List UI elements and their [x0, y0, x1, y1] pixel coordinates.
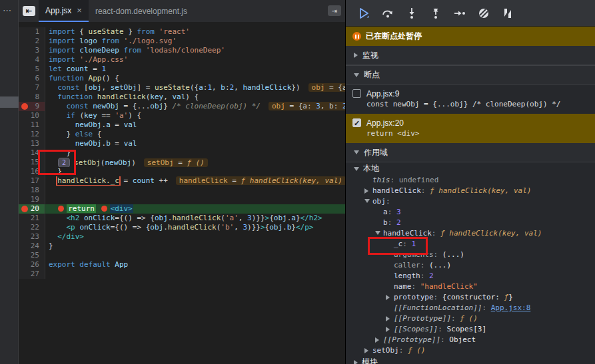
line-number[interactable]: 16: [19, 167, 45, 176]
line-number[interactable]: 14: [19, 148, 45, 158]
code-line: 152setObj(newObj)setObj = ƒ (): [19, 158, 345, 167]
scope-local-label: 本地: [363, 162, 379, 175]
line-number[interactable]: 12: [19, 130, 45, 139]
chevron-down-icon[interactable]: [364, 199, 370, 203]
chevron-down-icon[interactable]: [354, 73, 359, 77]
scope-key: setObj: [372, 346, 399, 355]
chevron-right-icon[interactable]: [364, 188, 368, 194]
line-number[interactable]: 19: [19, 195, 45, 204]
chevron-down-icon[interactable]: [375, 231, 380, 235]
resume-icon: [356, 6, 371, 21]
line-number[interactable]: 24: [19, 242, 45, 251]
line-number[interactable]: 26: [19, 260, 45, 270]
more-options-icon[interactable]: ⋯: [0, 0, 18, 15]
breakpoint-entry[interactable]: ✓App.jsx:20return <div>: [346, 114, 595, 143]
chevron-right-icon[interactable]: [354, 53, 358, 58]
hit-count-badge: 2: [58, 158, 70, 167]
line-number[interactable]: 1: [19, 27, 45, 37]
line-number[interactable]: 4: [19, 55, 45, 65]
chevron-right-icon[interactable]: [354, 360, 358, 364]
breakpoint-checkbox[interactable]: ✓: [352, 118, 361, 127]
chevron-right-icon[interactable]: [386, 316, 390, 321]
line-number[interactable]: 9: [19, 102, 45, 111]
breakpoint-checkbox[interactable]: [352, 89, 361, 98]
chevron-right-icon[interactable]: [375, 337, 379, 343]
strip-drag-handle[interactable]: [0, 96, 19, 108]
deactivate-breakpoints-button[interactable]: [474, 5, 494, 22]
tab-app-jsx[interactable]: App.jsx ×: [39, 0, 89, 22]
watch-section-header[interactable]: 监视: [346, 46, 595, 65]
inline-breakpoint-icon[interactable]: [101, 206, 107, 212]
scope-value[interactable]: App.jsx:8: [491, 303, 531, 312]
panel-toggle-icon: ⇥: [332, 7, 337, 15]
step-over-button[interactable]: [378, 5, 398, 22]
line-number[interactable]: 17: [19, 176, 45, 186]
scope-key: arguments: [394, 250, 434, 259]
inline-value-widget: setObj = ƒ (): [144, 158, 208, 167]
step-into-button[interactable]: [402, 5, 422, 22]
collapsed-navigator-strip: ⋯: [0, 0, 19, 364]
line-number[interactable]: 7: [19, 83, 45, 92]
scope-value[interactable]: (...): [442, 250, 464, 259]
breakpoint-entry[interactable]: App.jsx:9const newObj = {...obj} /* clon…: [346, 85, 595, 114]
code-text: const newObj = {...obj} /* cloneDeep(obj…: [45, 102, 345, 111]
scope-row: caller: (...): [346, 260, 595, 271]
code-text: [45, 186, 345, 195]
pause-on-exceptions-button[interactable]: [498, 5, 518, 22]
scope-value: Object: [449, 335, 476, 344]
scope-value[interactable]: (...): [429, 261, 451, 270]
navigator-toggle-button[interactable]: ⇤: [19, 0, 39, 22]
scope-section-header[interactable]: 作用域: [346, 143, 595, 162]
line-number[interactable]: 11: [19, 120, 45, 130]
line-number[interactable]: 27: [19, 270, 45, 279]
scope-row: handleClick: ƒ handleClick(key, val): [346, 228, 595, 239]
scope-row: _c: 1: [346, 239, 595, 250]
scope-row: prototype: {constructor: ƒ}: [346, 292, 595, 303]
chevron-right-icon[interactable]: [364, 348, 368, 353]
scope-value: ƒ handleClick(key, val): [430, 186, 531, 195]
line-number[interactable]: 23: [19, 232, 45, 242]
scope-key: this: [372, 176, 390, 184]
scope-value: 3: [396, 208, 401, 216]
line-number[interactable]: 13: [19, 139, 45, 148]
watch-label: 监视: [362, 50, 378, 61]
scope-key: [[Prototype]]: [394, 314, 451, 323]
code-line: 24}: [19, 242, 345, 251]
step-icon: [452, 6, 467, 21]
code-line: 2import logo from './logo.svg': [19, 37, 345, 46]
line-number[interactable]: 2: [19, 37, 45, 46]
tab-react-dom[interactable]: react-dom.development.js: [89, 0, 194, 22]
chevron-down-icon[interactable]: [354, 167, 359, 171]
line-number[interactable]: 25: [19, 251, 45, 260]
line-number[interactable]: 5: [19, 65, 45, 74]
code-editor[interactable]: 1import { useState } from 'react'2import…: [19, 22, 345, 279]
code-line: 21 <h2 onClick={() => {obj.handleClick('…: [19, 214, 345, 223]
line-number[interactable]: 21: [19, 214, 45, 223]
line-number[interactable]: 6: [19, 74, 45, 83]
breakpoint-icon[interactable]: [21, 206, 28, 212]
line-number[interactable]: 18: [19, 186, 45, 195]
scope-local-header[interactable]: 本地: [346, 162, 595, 175]
chevron-right-icon[interactable]: [386, 295, 390, 300]
breakpoints-section-header[interactable]: 断点: [346, 65, 595, 85]
inline-breakpoint-icon[interactable]: [58, 206, 64, 212]
code-line: 6function App() {: [19, 74, 345, 83]
resume-button[interactable]: [354, 5, 374, 22]
line-number[interactable]: 8: [19, 92, 45, 102]
close-icon[interactable]: ×: [77, 5, 82, 15]
step-button[interactable]: [450, 5, 470, 22]
line-number[interactable]: 15: [19, 158, 45, 167]
line-number[interactable]: 22: [19, 223, 45, 232]
code-text: <h2 onClick={() => {obj.handleClick('a',…: [45, 214, 345, 223]
scope-key: [[Prototype]]: [383, 335, 440, 344]
chevron-down-icon[interactable]: [354, 150, 359, 154]
line-number[interactable]: 20: [19, 204, 45, 214]
chevron-right-icon[interactable]: [386, 327, 390, 332]
scope-module-header[interactable]: 模块: [346, 356, 595, 364]
line-number[interactable]: 10: [19, 111, 45, 120]
breakpoint-icon[interactable]: [21, 103, 28, 110]
line-number[interactable]: 3: [19, 46, 45, 55]
step-out-button[interactable]: [426, 5, 446, 22]
scope-value: {constructor:: [442, 293, 504, 301]
panel-toggle-button[interactable]: ⇥: [328, 5, 341, 16]
